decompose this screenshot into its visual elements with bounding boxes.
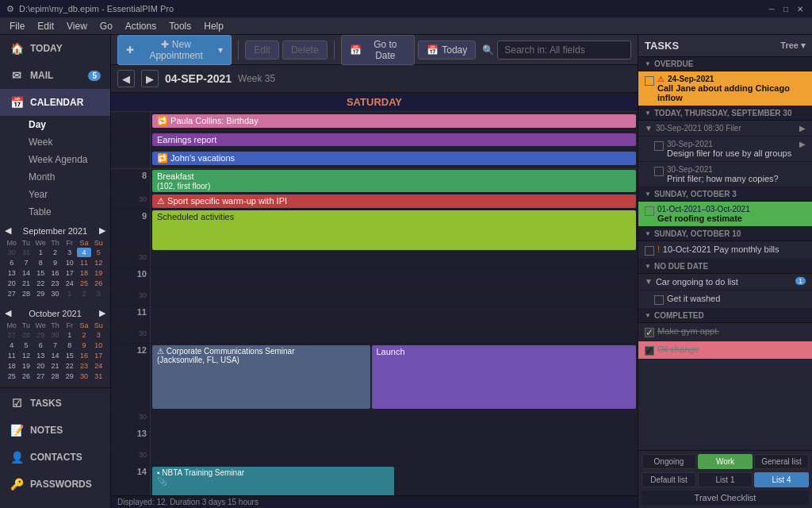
task-section-overdue[interactable]: ▼ OVERDUE — [638, 57, 812, 71]
mini-cal-title: September 2021 — [23, 226, 87, 236]
mini-cal-prev[interactable]: ◀ — [5, 225, 11, 236]
event-nbta[interactable]: ▪ NBTA Training Seminar📎 — [152, 467, 394, 495]
task-checkbox-oil[interactable]: ✓ — [645, 346, 654, 356]
mini-calendar-sep: ◀ September 2021 ▶ Mo Tu We Th Fr Sa Su … — [0, 221, 110, 303]
cal-next-button[interactable]: ▶ — [141, 70, 159, 87]
sidebar-sub-year[interactable]: Year — [0, 186, 110, 203]
menu-view[interactable]: View — [60, 19, 94, 33]
task-item-get-washed[interactable]: Get it washed — [638, 291, 812, 309]
task-tab-general[interactable]: General list — [754, 454, 809, 469]
menu-go[interactable]: Go — [94, 19, 119, 33]
task-tab-list4[interactable]: List 4 — [754, 472, 809, 487]
go-to-date-button[interactable]: 📅 Go to Date — [341, 35, 416, 65]
task-item-design-filer[interactable]: 30-Sep-2021 Design filer for use by all … — [638, 137, 812, 162]
menu-tools[interactable]: Tools — [163, 19, 197, 33]
sidebar-sub-week[interactable]: Week — [0, 133, 110, 151]
toolbar-separator-2 — [334, 40, 335, 60]
sidebar-sub-month[interactable]: Month — [0, 168, 110, 186]
sidebar-item-calendar[interactable]: 📅 CALENDAR — [0, 89, 110, 116]
sidebar-item-passwords[interactable]: 🔑 PASSWORDS — [0, 471, 110, 498]
maximize-button[interactable]: □ — [780, 3, 791, 14]
task-checkbox-print[interactable] — [654, 167, 664, 176]
delete-button[interactable]: Delete — [282, 40, 327, 60]
task-checkbox-roofing[interactable] — [645, 206, 654, 216]
event-scheduled[interactable]: Scheduled activities — [152, 210, 636, 250]
task-tab-ongoing[interactable]: Ongoing — [642, 454, 696, 469]
task-item-print-filer[interactable]: 30-Sep-2021 Print filer; how many copies… — [638, 162, 812, 187]
mail-badge: 5 — [88, 71, 101, 81]
time-row-12-30: 30 — [111, 411, 638, 427]
menu-actions[interactable]: Actions — [119, 19, 163, 33]
event-col-8: Breakfast(102, first floor) — [151, 169, 638, 193]
task-oil-text: Oil change — [657, 344, 699, 354]
task-item-overdue-1[interactable]: ⚠ 24-Sep-2021 Call Jane about adding Chi… — [638, 71, 812, 106]
sidebar-sub-table[interactable]: Table — [0, 203, 110, 221]
event-birthday[interactable]: 🔁 Paula Collins: Birthday — [152, 114, 636, 128]
task-item-filer[interactable]: ▼ 30-Sep-2021 08:30 Filer ▶ — [638, 121, 812, 137]
menu-help[interactable]: Help — [197, 19, 230, 33]
task-tab-work[interactable]: Work — [698, 454, 753, 469]
car-badge: 1 — [795, 277, 806, 285]
toolbar: ✚ ✚ New Appointment ▾ Edit Delete 📅 Go t… — [111, 35, 638, 65]
event-breakfast[interactable]: Breakfast(102, first floor) — [152, 170, 636, 192]
task-section-today[interactable]: ▼ TODAY, THURSDAY, SEPTEMBER 30 — [638, 106, 812, 121]
search-input[interactable] — [497, 40, 631, 60]
today-button[interactable]: 📅 Today — [418, 40, 476, 60]
menu-file[interactable]: File — [3, 19, 31, 33]
today-cal-icon: 📅 — [427, 44, 439, 56]
task-section-nodue[interactable]: ▼ NO DUE DATE — [638, 260, 812, 274]
car-expand-icon: ▼ — [645, 277, 653, 286]
design-more: ▶ — [799, 140, 806, 148]
sidebar-separator — [0, 387, 110, 388]
mini-cal-oct-prev[interactable]: ◀ — [5, 308, 11, 318]
new-appointment-button[interactable]: ✚ ✚ New Appointment ▾ — [117, 35, 232, 65]
task-item-roofing[interactable]: 01-Oct-2021–03-Oct-2021 Get roofing esti… — [638, 202, 812, 227]
task-checkbox-design[interactable] — [654, 141, 664, 151]
sidebar-sub-weekagenda[interactable]: Week Agenda — [0, 151, 110, 168]
all-day-row-1: 🔁 Paula Collins: Birthday — [111, 112, 638, 131]
sidebar-item-contacts[interactable]: 👤 CONTACTS — [0, 444, 110, 471]
sidebar-sub-day[interactable]: Day — [0, 116, 110, 133]
task-checkbox-bills[interactable] — [645, 246, 654, 256]
task-design-text: Design filer for use by all groups — [667, 148, 796, 158]
task-print-text: Print filer; how many copies? — [667, 174, 806, 183]
event-corporate[interactable]: ⚠ Corporate Communications Seminar(Jacks… — [152, 345, 370, 409]
event-launch[interactable]: Launch — [372, 345, 637, 409]
time-row-10-30: 30 — [111, 290, 638, 306]
menu-edit[interactable]: Edit — [31, 19, 60, 33]
task-checkbox[interactable] — [645, 76, 654, 86]
task-tab-list1[interactable]: List 1 — [698, 472, 753, 487]
sidebar-item-tasks[interactable]: ☑ TASKS — [0, 390, 110, 417]
task-item-bills[interactable]: ! 10-Oct-2021 Pay monthly bills — [638, 241, 812, 260]
task-checkbox-wash[interactable] — [654, 295, 664, 305]
dropdown-arrow-icon: ▾ — [218, 44, 223, 56]
cal-prev-button[interactable]: ◀ — [117, 70, 135, 87]
edit-button[interactable]: Edit — [245, 40, 279, 60]
travel-checklist-link[interactable]: Travel Checklist — [642, 491, 809, 505]
sidebar-item-mail[interactable]: ✉ MAIL 5 — [0, 62, 110, 89]
all-day-events: 🔁 Paula Collins: Birthday Earnings repor… — [111, 112, 638, 169]
event-earnings[interactable]: Earnings report — [152, 133, 636, 146]
event-vacations[interactable]: 🔁 John's vacations — [152, 152, 636, 165]
tasks-tree-label[interactable]: Tree ▾ — [780, 40, 806, 51]
today-label: Today — [442, 44, 467, 56]
close-button[interactable]: ✕ — [795, 3, 806, 14]
window-title: D:\epim\my_db.epim - EssentialPIM Pro — [19, 4, 174, 13]
task-item-gym[interactable]: ✓ Make gym appt. — [638, 323, 812, 341]
task-item-car-list[interactable]: ▼ Car ongoing to do list 1 — [638, 274, 812, 291]
task-tab-default[interactable]: Default list — [642, 472, 696, 487]
time-row-11: 11 — [111, 306, 638, 328]
sidebar-item-today[interactable]: 🏠 TODAY — [0, 35, 110, 62]
event-sport[interactable]: ⚠ Sport specific warm-up with IPI — [152, 194, 636, 208]
task-section-oct10[interactable]: ▼ SUNDAY, OCTOBER 10 — [638, 227, 812, 241]
task-item-oil[interactable]: ✓ Oil change — [638, 341, 812, 360]
mini-cal-next[interactable]: ▶ — [99, 225, 105, 236]
time-row-11-30: 30 — [111, 328, 638, 344]
task-section-completed[interactable]: ▼ COMPLETED — [638, 309, 812, 323]
task-section-oct3[interactable]: ▼ SUNDAY, OCTOBER 3 — [638, 187, 812, 202]
mini-cal-oct-next[interactable]: ▶ — [99, 308, 105, 318]
minimize-button[interactable]: ─ — [766, 3, 777, 14]
sidebar-item-notes[interactable]: 📝 NOTES — [0, 417, 110, 444]
task-checkbox-gym[interactable]: ✓ — [645, 328, 654, 337]
task-bills-text: 10-Oct-2021 Pay monthly bills — [663, 244, 779, 254]
